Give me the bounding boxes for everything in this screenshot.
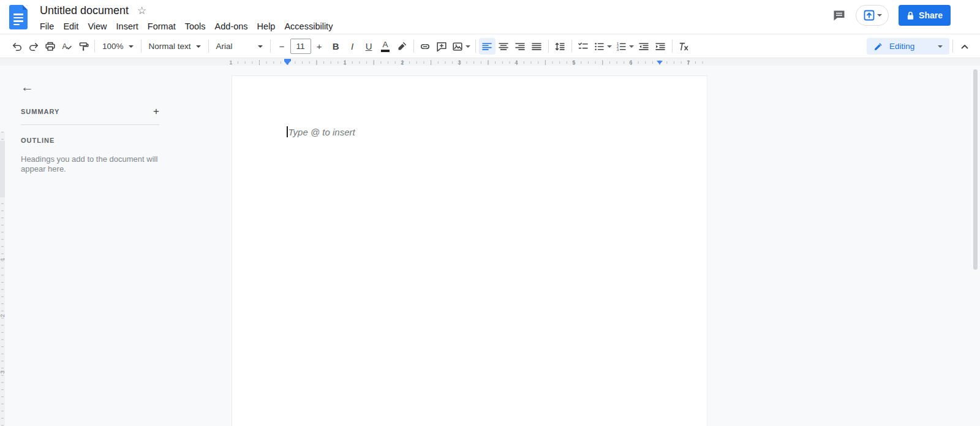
bold-button[interactable]: B (328, 38, 344, 55)
right-indent-marker[interactable] (657, 61, 663, 64)
chevron-down-icon (938, 45, 943, 48)
present-dropdown-caret (877, 14, 882, 17)
styles-select[interactable]: Normal text (145, 38, 205, 55)
toolbar-separator (141, 40, 141, 53)
justify-button[interactable] (529, 38, 545, 55)
summary-section: SUMMARY + (21, 106, 159, 116)
main-area: 1 2 3 4 5 ← SUMMARY + OUTLINE Headings y… (0, 66, 980, 426)
document-title[interactable]: Untitled document (40, 4, 129, 17)
italic-button[interactable]: I (344, 38, 361, 55)
line-spacing-button[interactable] (552, 38, 568, 55)
toolbar-separator (270, 40, 271, 53)
bulleted-list-icon (593, 40, 605, 53)
pencil-icon (873, 41, 884, 52)
paint-format-button[interactable] (75, 38, 91, 55)
bulleted-list-button[interactable] (592, 38, 614, 55)
checklist-button[interactable] (575, 38, 592, 55)
print-button[interactable] (42, 38, 58, 55)
editing-mode-button[interactable]: Editing (867, 38, 949, 55)
share-label: Share (919, 10, 943, 20)
text-color-button[interactable]: A (377, 38, 394, 55)
align-left-icon (481, 40, 493, 53)
increase-indent-icon (654, 40, 666, 53)
vertical-ruler-margin (0, 141, 5, 197)
ruler-number: 2 (0, 313, 6, 319)
sidebar-divider (21, 124, 159, 125)
vertical-ruler[interactable]: 1 2 3 4 5 (0, 132, 5, 426)
font-size-decrease-button[interactable]: − (274, 38, 290, 55)
align-right-button[interactable] (512, 38, 529, 55)
insert-image-button[interactable] (450, 38, 472, 55)
chevron-down-icon (607, 45, 612, 48)
comment-history-button[interactable] (832, 9, 846, 21)
highlight-color-button[interactable] (394, 38, 410, 55)
toolbar-separator (548, 40, 549, 53)
menu-edit[interactable]: Edit (63, 21, 78, 31)
hide-menus-button[interactable] (956, 38, 973, 55)
menu-addons[interactable]: Add-ons (215, 21, 248, 31)
comment-history-icon (832, 9, 846, 21)
align-center-button[interactable] (496, 38, 512, 55)
toolbar-separator (475, 40, 476, 53)
font-size-increase-button[interactable]: + (311, 38, 328, 55)
align-right-icon (514, 40, 526, 53)
horizontal-ruler[interactable]: 1 1 2 3 4 5 6 7 (0, 58, 980, 66)
align-left-button[interactable] (479, 38, 496, 55)
numbered-list-icon: 1 2 3 (615, 40, 627, 53)
ruler-number: 3 (0, 369, 6, 375)
decrease-indent-icon (638, 40, 650, 53)
outline-label: OUTLINE (21, 137, 207, 144)
link-icon (419, 40, 431, 53)
ruler-number: 3 (456, 59, 462, 66)
highlighter-icon (396, 40, 408, 53)
first-line-indent-marker[interactable] (284, 59, 291, 61)
underline-button[interactable]: U (361, 38, 377, 55)
insert-link-button[interactable] (417, 38, 434, 55)
chevron-down-icon (466, 45, 470, 48)
menu-tools[interactable]: Tools (185, 21, 206, 31)
chevron-down-icon (129, 45, 134, 48)
left-indent-marker[interactable] (284, 59, 291, 65)
increase-indent-button[interactable] (652, 38, 669, 55)
undo-icon (11, 40, 23, 53)
line-spacing-icon (554, 40, 566, 53)
menu-insert[interactable]: Insert (116, 21, 138, 31)
menu-bar: File Edit View Insert Format Tools Add-o… (40, 19, 333, 34)
numbered-list-button[interactable]: 1 2 3 (614, 38, 636, 55)
menu-accessibility[interactable]: Accessibility (284, 21, 333, 31)
font-size-input[interactable]: 11 (290, 39, 311, 54)
star-icon[interactable]: ☆ (137, 4, 146, 17)
document-placeholder: Type @ to insert (288, 127, 355, 137)
menu-format[interactable]: Format (148, 21, 176, 31)
chevron-down-icon (196, 45, 201, 48)
ruler-number: 1 (0, 256, 6, 262)
toolbar-separator (952, 40, 953, 53)
clear-formatting-button[interactable] (676, 38, 692, 55)
add-summary-button[interactable]: + (153, 106, 159, 116)
align-center-icon (497, 40, 510, 53)
close-sidebar-button[interactable]: ← (21, 80, 34, 94)
present-button[interactable] (856, 5, 889, 26)
document-first-line[interactable]: Type @ to insert (287, 126, 355, 137)
document-page[interactable]: Type @ to insert (232, 75, 707, 426)
undo-button[interactable] (9, 38, 25, 55)
zoom-select[interactable]: 100% (98, 38, 138, 55)
redo-icon (28, 40, 40, 53)
font-select[interactable]: Arial (212, 38, 267, 55)
font-value: Arial (216, 42, 233, 51)
menu-view[interactable]: View (88, 21, 107, 31)
plus-icon: + (317, 41, 322, 51)
menu-help[interactable]: Help (257, 21, 276, 31)
add-comment-button[interactable] (434, 38, 450, 55)
chevron-up-icon (959, 40, 971, 53)
ruler-number: 6 (628, 59, 634, 66)
decrease-indent-button[interactable] (636, 38, 652, 55)
redo-button[interactable] (25, 38, 42, 55)
menu-file[interactable]: File (40, 21, 54, 31)
vertical-scrollbar[interactable] (973, 69, 978, 270)
docs-logo-icon[interactable] (9, 5, 28, 29)
share-button[interactable]: Share (899, 5, 951, 26)
chevron-down-icon (258, 45, 263, 48)
spell-check-button[interactable]: A (58, 38, 75, 55)
toolbar-separator (672, 40, 673, 53)
